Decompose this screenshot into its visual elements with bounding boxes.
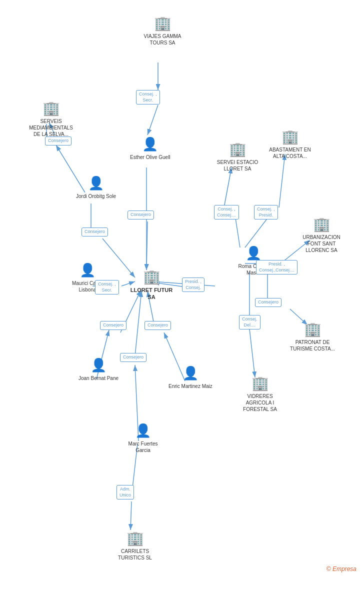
consejero-enric-badge[interactable]: Consejero [144, 321, 171, 330]
enric-label: Enric Martinez Maiz [168, 383, 212, 390]
lloret-futur-label: LLORET FUTUR SA [129, 286, 174, 301]
consej-presid-abast-badge[interactable]: Consej. ,Presid. [254, 205, 278, 220]
carrilets-label: CARRILETS TURISTICS SL [112, 548, 158, 561]
badge-consejero-marc[interactable]: Consejero [120, 353, 146, 362]
lloret-futur-node: 🏢 LLORET FUTUR SA [129, 268, 174, 301]
marc-icon: 👤 [134, 422, 152, 440]
badge-consejero-jordi2[interactable]: Consejero [82, 228, 108, 236]
enric-node: 👤 Enric Martinez Maiz [168, 364, 212, 390]
servei-estacio-icon: 🏢 [228, 140, 246, 158]
maurici-icon: 👤 [78, 261, 96, 279]
watermark: © Empresa [326, 566, 356, 572]
svg-line-31 [130, 502, 132, 530]
consej-secr-maurici-badge[interactable]: Consej. ,Secr. [95, 280, 119, 294]
badge-adm-unico[interactable]: Adm.Unico [116, 485, 134, 500]
consej-del-badge[interactable]: Consej.Del.... [239, 315, 260, 330]
badge-presid-consej2[interactable]: Presid. ,Consej. [182, 278, 204, 292]
badge-consejero-enric[interactable]: Consejero [144, 321, 171, 330]
roma-icon: 👤 [244, 244, 262, 262]
vidreres-icon: 🏢 [251, 374, 269, 392]
consejero-patronat-badge[interactable]: Consejero [255, 298, 282, 307]
vidreres-node: 🏢 VIDRERES AGRICOLA I FORESTAL SA [238, 374, 282, 412]
badge-presid-consej-roma[interactable]: Presid. ,Consej.,Consej.... [256, 260, 298, 274]
svg-line-8 [146, 222, 148, 270]
abastament-label: ABASTAMENT EN ALTA COSTA... [268, 146, 312, 160]
consejero-esther-badge[interactable]: Consejero [128, 210, 154, 220]
viajes-gamma-node: 🏢 VIAJES GAMMA TOURS SA [140, 14, 185, 46]
abastament-node: 🏢 ABASTAMENT EN ALTA COSTA... [268, 128, 312, 160]
patronat-label: PATRONAT DE TURISME COSTA... [290, 339, 335, 352]
esther-icon: 👤 [141, 135, 159, 153]
esther-node: 👤 Esther Olive Guell [130, 135, 170, 160]
badge-consejero-joan[interactable]: Consejero [100, 321, 126, 330]
badge-consej-presid-abast[interactable]: Consej. ,Presid. [254, 205, 278, 220]
abastament-icon: 🏢 [281, 128, 299, 146]
watermark-text: Empresa [332, 566, 356, 572]
viajes-gamma-icon: 🏢 [154, 14, 172, 32]
jordi-label: Jordi Orobitg Sole [76, 193, 116, 200]
joan-label: Joan Bernat Pane [78, 375, 118, 382]
urbanizacion-node: 🏢 URBANIZACION FONT SANT LLORENC SA [299, 215, 344, 254]
diagram-container: 🏢 VIAJES GAMMA TOURS SA Consej. ,Secr. 👤… [0, 0, 364, 578]
presid-consej2-badge[interactable]: Presid. ,Consej. [182, 278, 204, 292]
urbanizacion-label: URBANIZACION FONT SANT LLORENC SA [299, 234, 344, 254]
badge-consej-secr-maurici[interactable]: Consej. ,Secr. [95, 280, 119, 294]
servei-estacio-label: SERVEI ESTACIO LLORET SA [215, 159, 260, 172]
svg-line-15 [235, 215, 240, 248]
consej-consej-servei-badge[interactable]: Consej. ,Consej.... [214, 205, 239, 220]
watermark-symbol: © [326, 566, 331, 572]
jordi-node: 👤 Jordi Orobitg Sole [76, 174, 116, 200]
badge-consejero-esther[interactable]: Consejero [128, 210, 154, 220]
consej-secr-top-badge[interactable]: Consej. ,Secr. [136, 90, 160, 104]
carrilets-icon: 🏢 [126, 529, 144, 547]
enric-icon: 👤 [182, 364, 200, 382]
badge-consej-secr-top[interactable]: Consej. ,Secr. [136, 90, 160, 104]
svg-line-18 [279, 154, 285, 208]
lloret-futur-icon: 🏢 [142, 268, 160, 286]
serveis-icon: 🏢 [42, 99, 60, 117]
jordi-icon: 👤 [87, 174, 105, 192]
badge-consej-del[interactable]: Consej.Del.... [239, 315, 260, 330]
svg-line-16 [224, 168, 232, 208]
viajes-gamma-label: VIAJES GAMMA TOURS SA [140, 33, 185, 46]
joan-node: 👤 Joan Bernat Pane [78, 356, 118, 382]
vidreres-label: VIDRERES AGRICOLA I FORESTAL SA [238, 393, 282, 412]
patronat-icon: 🏢 [304, 320, 322, 338]
badge-consejero-jordi[interactable]: Consejero [45, 136, 72, 146]
servei-estacio-node: 🏢 SERVEI ESTACIO LLORET SA [215, 140, 260, 172]
presid-consej-roma-badge[interactable]: Presid. ,Consej.,Consej.... [256, 260, 298, 274]
serveis-node: 🏢 SERVEIS MEDIAMBIENTALS DE LA SELVA... [28, 99, 74, 138]
marc-node: 👤 Marc Fuertes Garcia [120, 422, 166, 454]
consejero-joan-badge[interactable]: Consejero [100, 321, 126, 330]
consejero-jordi-badge[interactable]: Consejero [45, 136, 72, 146]
marc-label: Marc Fuertes Garcia [120, 440, 166, 454]
svg-line-17 [245, 215, 270, 248]
esther-label: Esther Olive Guell [130, 154, 170, 160]
patronat-node: 🏢 PATRONAT DE TURISME COSTA... [290, 320, 335, 352]
svg-line-23 [250, 329, 255, 378]
svg-line-2 [148, 105, 158, 135]
adm-unico-badge[interactable]: Adm.Unico [116, 485, 134, 500]
consejero-marc-badge[interactable]: Consejero [120, 353, 146, 362]
serveis-label: SERVEIS MEDIAMBIENTALS DE LA SELVA... [28, 118, 74, 138]
badge-consej-consej-servei[interactable]: Consej. ,Consej.... [214, 205, 239, 220]
urbanizacion-icon: 🏢 [312, 215, 330, 233]
consejero-jordi2-badge[interactable]: Consejero [82, 228, 108, 236]
joan-icon: 👤 [90, 356, 108, 374]
carrilets-node: 🏢 CARRILETS TURISTICS SL [112, 529, 158, 561]
badge-consejero-patronat[interactable]: Consejero [255, 298, 282, 307]
